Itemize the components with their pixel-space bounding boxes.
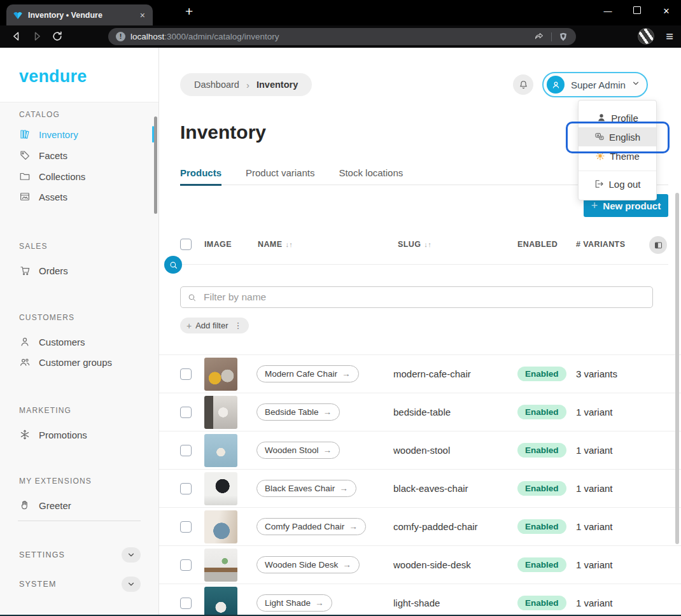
sidebar-item-label: Assets [39,192,67,202]
sidebar-item-assets[interactable]: Assets [0,188,158,206]
back-icon[interactable] [10,30,23,43]
column-header-name[interactable]: NAME↓↑ [258,240,393,249]
table-row: Wooden Side Desk→ wooden-side-desk Enabl… [159,545,681,584]
chevron-down-icon[interactable] [122,547,141,563]
column-header-slug[interactable]: SLUG↓↑ [398,240,517,249]
status-badge: Enabled [517,443,566,458]
sort-icon: ↓↑ [285,241,293,248]
status-badge: Enabled [517,481,566,496]
window-controls: — ✕ [593,0,681,22]
status-badge: Enabled [517,367,566,381]
breadcrumb-dashboard[interactable]: Dashboard [194,80,239,90]
tab-close-icon[interactable]: × [139,10,146,20]
arrow-right-icon: → [342,369,351,379]
user-menu-button[interactable]: Super Admin [542,72,648,97]
column-settings-button[interactable] [649,236,667,254]
sidebar-item-promotions[interactable]: Promotions [0,426,158,444]
breadcrumb[interactable]: Dashboard › Inventory [180,73,312,96]
browser-menu-icon[interactable]: ≡ [666,28,673,45]
snowflake-icon [19,429,31,440]
sidebar-item-label: Facets [39,150,67,161]
columns-icon [654,241,663,250]
menu-item-label: Theme [610,151,640,162]
browser-profile-avatar[interactable] [638,28,654,45]
arrow-right-icon: → [323,445,332,455]
product-name-link[interactable]: Light Shade→ [256,594,332,612]
product-name-link[interactable]: Wooden Stool→ [256,442,340,459]
main-content: Dashboard › Inventory Super Admin [159,48,681,615]
sidebar-item-customer-groups[interactable]: Customer groups [0,353,158,371]
window-maximize-button[interactable] [622,6,652,16]
sidebar-group-settings[interactable]: SETTINGS [0,546,158,564]
user-name: Super Admin [571,80,631,90]
tab-product-variants[interactable]: Product variants [246,167,314,186]
status-badge: Enabled [517,519,566,534]
sidebar-item-orders[interactable]: Orders [0,262,158,279]
row-checkbox[interactable] [180,445,192,456]
row-checkbox[interactable] [180,407,192,418]
product-name-link[interactable]: Wooden Side Desk→ [256,556,360,573]
row-checkbox[interactable] [180,368,192,380]
product-name-link[interactable]: Modern Cafe Chair→ [256,365,359,382]
table-row: Black Eaves Chair→ black-eaves-chair Ena… [159,469,681,507]
sidebar-nav: CATALOG Inventory Facets [0,102,158,615]
column-header-image: IMAGE [204,240,237,249]
url-bar[interactable]: ! localhost :3000/admin/catalog/inventor… [108,28,576,45]
menu-item-profile[interactable]: Profile [579,108,656,127]
tab-products[interactable]: Products [180,167,221,186]
window-minimize-button[interactable]: — [593,6,622,16]
vendure-logo[interactable]: vendure [19,67,87,87]
more-options-icon[interactable]: ⋮ [234,321,242,330]
brave-shield-icon[interactable] [558,32,568,42]
arrow-right-icon: → [339,484,348,493]
product-thumbnail [204,434,237,467]
share-icon[interactable] [534,31,545,42]
arrow-right-icon: → [349,522,358,531]
menu-item-language[interactable]: English [579,127,656,146]
plus-icon: + [591,199,598,213]
add-filter-button[interactable]: + Add filter ⋮ [180,318,249,333]
sidebar-item-customers[interactable]: Customers [0,333,158,351]
row-checkbox[interactable] [180,598,192,609]
select-all-checkbox[interactable] [180,239,192,250]
logout-icon [594,179,604,189]
sidebar-item-label: Customers [39,337,85,347]
search-toggle-button[interactable] [164,256,182,274]
tab-stock-locations[interactable]: Stock locations [339,167,403,186]
row-checkbox[interactable] [180,521,192,533]
sidebar-divider [18,521,141,521]
sidebar-item-label: Collections [39,171,85,182]
product-name-link[interactable]: Comfy Padded Chair→ [256,518,366,535]
sidebar-item-facets[interactable]: Facets [0,146,158,164]
window-close-button[interactable]: ✕ [652,6,681,16]
sidebar-item-greeter[interactable]: Greeter [0,496,158,514]
search-icon [169,260,178,270]
product-slug: bedside-table [393,407,517,417]
sidebar-group-system[interactable]: SYSTEM [0,575,158,593]
sidebar-item-collections[interactable]: Collections [0,167,158,185]
sidebar-scrollbar[interactable] [154,116,157,214]
section-label-marketing: MARKETING [19,406,71,415]
status-badge: Enabled [517,596,566,610]
profile-icon [596,113,607,123]
avatar [547,76,565,94]
bell-icon [518,80,529,90]
new-tab-button[interactable]: + [185,4,193,19]
menu-item-logout[interactable]: Log out [579,172,656,195]
sidebar-item-label: Promotions [39,430,87,440]
row-checkbox[interactable] [180,483,192,494]
browser-tab[interactable]: Inventory • Vendure × [6,4,153,25]
product-name-link[interactable]: Black Eaves Chair→ [256,480,356,497]
forward-icon[interactable] [31,30,43,43]
reload-icon[interactable] [51,30,64,43]
chevron-down-icon[interactable] [122,577,141,592]
filter-input[interactable] [202,291,646,304]
menu-item-theme[interactable]: Theme [579,146,656,165]
notifications-button[interactable] [513,74,533,95]
product-name-link[interactable]: Bedside Table→ [256,403,340,421]
content-scrollbar[interactable] [675,193,679,544]
site-info-icon[interactable]: ! [116,32,125,41]
sidebar-item-inventory[interactable]: Inventory [0,125,158,143]
row-checkbox[interactable] [180,559,192,571]
sidebar-item-label: Inventory [39,129,78,140]
